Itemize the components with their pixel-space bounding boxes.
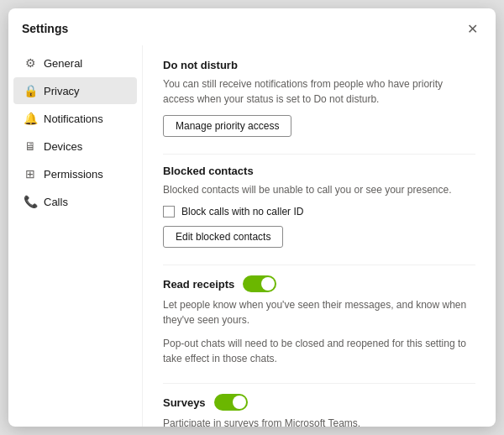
edit-blocked-button[interactable]: Edit blocked contacts bbox=[163, 226, 283, 248]
read-receipts-desc2: Pop-out chats will need to be closed and… bbox=[163, 336, 475, 366]
sidebar-item-calls[interactable]: 📞 Calls bbox=[13, 188, 137, 215]
divider-2 bbox=[163, 265, 475, 265]
sidebar-label-general: General bbox=[44, 57, 82, 70]
gear-icon: ⚙ bbox=[24, 56, 37, 70]
sidebar-item-permissions[interactable]: ⊞ Permissions bbox=[13, 160, 137, 187]
read-receipts-toggle-row: Read receipts bbox=[163, 275, 475, 292]
sidebar-label-devices: Devices bbox=[44, 140, 82, 153]
read-receipts-section: Read receipts Let people know when you'v… bbox=[163, 275, 475, 366]
grid-icon: ⊞ bbox=[24, 167, 37, 181]
main-layout: ⚙ General 🔒 Privacy 🔔 Notifications 🖥 De… bbox=[8, 45, 496, 427]
sidebar-item-notifications[interactable]: 🔔 Notifications bbox=[13, 105, 137, 132]
read-receipts-toggle[interactable] bbox=[243, 275, 276, 292]
blocked-title: Blocked contacts bbox=[163, 165, 475, 177]
blocked-description: Blocked contacts will be unable to call … bbox=[163, 182, 475, 197]
do-not-disturb-section: Do not disturb You can still receive not… bbox=[163, 59, 475, 137]
dnd-title: Do not disturb bbox=[163, 59, 475, 71]
title-bar: Settings ✕ bbox=[8, 8, 496, 45]
divider-1 bbox=[163, 154, 475, 155]
divider-3 bbox=[163, 383, 475, 384]
manage-priority-button[interactable]: Manage priority access bbox=[163, 115, 291, 137]
caller-id-row: Block calls with no caller ID bbox=[163, 206, 475, 218]
sidebar-label-calls: Calls bbox=[44, 196, 68, 208]
sidebar-item-general[interactable]: ⚙ General bbox=[13, 50, 137, 76]
surveys-title: Surveys bbox=[163, 396, 206, 409]
sidebar-label-permissions: Permissions bbox=[44, 168, 103, 181]
lock-icon: 🔒 bbox=[24, 84, 37, 97]
window-title: Settings bbox=[22, 22, 68, 35]
block-calls-label: Block calls with no caller ID bbox=[181, 206, 303, 218]
sidebar-label-notifications: Notifications bbox=[44, 113, 103, 125]
read-receipts-title: Read receipts bbox=[163, 278, 234, 291]
read-receipts-desc1: Let people know when you've seen their m… bbox=[163, 297, 475, 328]
surveys-toggle[interactable] bbox=[214, 394, 248, 411]
sidebar: ⚙ General 🔒 Privacy 🔔 Notifications 🖥 De… bbox=[8, 45, 143, 427]
dnd-description: You can still receive notifications from… bbox=[163, 76, 475, 107]
blocked-contacts-section: Blocked contacts Blocked contacts will b… bbox=[163, 165, 475, 248]
bell-icon: 🔔 bbox=[24, 112, 37, 125]
monitor-icon: 🖥 bbox=[24, 139, 37, 153]
surveys-description: Participate in surveys from Microsoft Te… bbox=[163, 416, 475, 427]
sidebar-item-privacy[interactable]: 🔒 Privacy bbox=[13, 77, 137, 104]
surveys-toggle-row: Surveys bbox=[163, 394, 475, 411]
settings-window: Settings ✕ ⚙ General 🔒 Privacy 🔔 Notific… bbox=[8, 8, 496, 427]
phone-icon: 📞 bbox=[24, 195, 37, 208]
block-calls-checkbox[interactable] bbox=[163, 206, 175, 218]
surveys-section: Surveys Participate in surveys from Micr… bbox=[163, 394, 475, 427]
close-button[interactable]: ✕ bbox=[462, 18, 482, 39]
sidebar-item-devices[interactable]: 🖥 Devices bbox=[13, 133, 137, 160]
content-area: Do not disturb You can still receive not… bbox=[143, 45, 496, 427]
sidebar-label-privacy: Privacy bbox=[44, 85, 80, 97]
